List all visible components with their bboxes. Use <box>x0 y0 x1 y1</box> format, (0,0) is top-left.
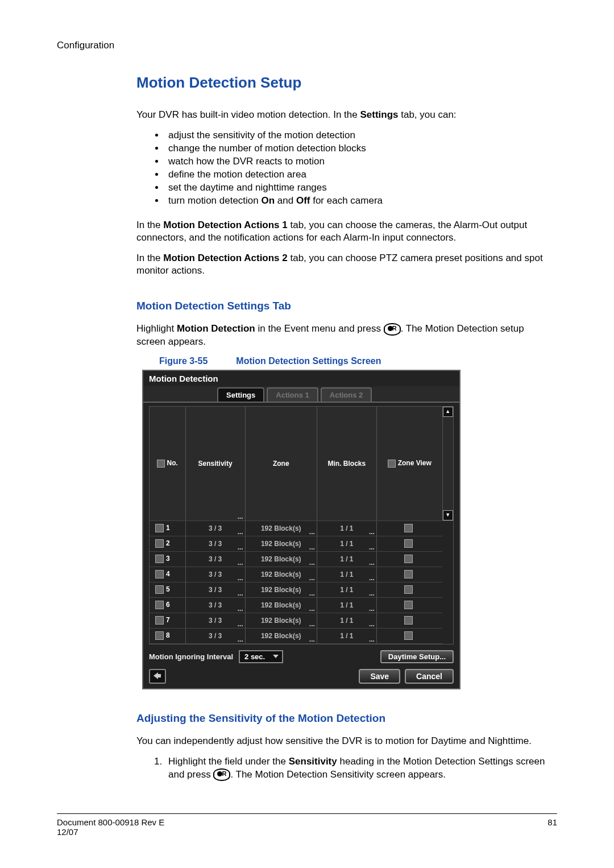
checkbox-icon[interactable] <box>155 570 164 578</box>
col-zone: Zone <box>245 407 317 521</box>
minblocks-cell[interactable]: 1 / 1... <box>317 582 376 597</box>
zone-cell[interactable]: 192 Block(s)... <box>245 567 317 582</box>
sensitivity-cell[interactable]: 3 / 3... <box>185 628 245 643</box>
page-title: Motion Detection Setup <box>136 74 546 92</box>
row-no[interactable]: 3 <box>150 551 185 567</box>
row-no[interactable]: 8 <box>150 628 185 643</box>
zone-cell[interactable]: 192 Block(s)... <box>245 520 317 536</box>
zone-cell[interactable]: 192 Block(s)... <box>245 628 317 643</box>
zone-cell[interactable]: 192 Block(s)... <box>245 613 317 628</box>
zoneview-cell[interactable] <box>376 536 442 551</box>
actions2-paragraph: In the Motion Detection Actions 2 tab, y… <box>136 252 546 277</box>
tab-bar: Settings Actions 1 Actions 2 <box>143 386 459 403</box>
list-item: Highlight the field under the Sensitivit… <box>165 755 546 782</box>
minblocks-cell[interactable]: 1 / 1... <box>317 520 376 536</box>
zone-cell[interactable]: 192 Block(s)... <box>245 536 317 551</box>
zoneview-cell[interactable] <box>376 628 442 643</box>
row-no[interactable]: 1 <box>150 520 185 536</box>
tab-actions1[interactable]: Actions 1 <box>267 387 318 402</box>
daytime-setup-button[interactable]: Daytime Setup... <box>380 650 454 663</box>
table-row: 73 / 3...192 Block(s)...1 / 1... <box>150 613 453 628</box>
settings-tab-paragraph: Highlight Motion Detection in the Event … <box>136 323 546 348</box>
checkbox-icon[interactable] <box>404 631 413 640</box>
save-button[interactable]: Save <box>359 669 400 684</box>
table-row: 33 / 3...192 Block(s)...1 / 1... <box>150 551 453 567</box>
checkbox-icon[interactable] <box>155 585 164 594</box>
sensitivity-cell[interactable]: 3 / 3... <box>185 536 245 551</box>
interval-value: 2 sec. <box>244 652 265 661</box>
tab-actions2[interactable]: Actions 2 <box>321 387 372 402</box>
cancel-button[interactable]: Cancel <box>405 669 454 684</box>
col-sensitivity: Sensitivity... <box>185 407 245 521</box>
list-item: define the motion detection area <box>165 168 546 181</box>
checkbox-icon[interactable] <box>155 539 164 548</box>
checkbox-icon[interactable] <box>404 555 413 563</box>
minblocks-cell[interactable]: 1 / 1... <box>317 567 376 582</box>
scrollbar[interactable]: ▲ ▼ <box>442 407 453 521</box>
minblocks-cell[interactable]: 1 / 1... <box>317 597 376 613</box>
minblocks-cell[interactable]: 1 / 1... <box>317 628 376 643</box>
row-no[interactable]: 2 <box>150 536 185 551</box>
sensitivity-cell[interactable]: 3 / 3... <box>185 567 245 582</box>
checkbox-icon[interactable] <box>388 460 396 468</box>
zone-cell[interactable]: 192 Block(s)... <box>245 551 317 567</box>
col-zone-view[interactable]: Zone View <box>376 407 442 521</box>
zoneview-cell[interactable] <box>376 582 442 597</box>
table-row: 13 / 3...192 Block(s)...1 / 1... <box>150 520 453 536</box>
zone-cell[interactable]: 192 Block(s)... <box>245 582 317 597</box>
checkbox-icon[interactable] <box>155 616 164 625</box>
section-heading: Motion Detection Settings Tab <box>136 300 546 312</box>
figure-caption: Figure 3-55Motion Detection Settings Scr… <box>136 356 546 366</box>
row-no[interactable]: 5 <box>150 582 185 597</box>
zone-cell[interactable]: 192 Block(s)... <box>245 597 317 613</box>
section-heading: Adjusting the Sensitivity of the Motion … <box>136 712 546 725</box>
checkbox-icon[interactable] <box>404 570 413 578</box>
footer-rule <box>57 813 557 814</box>
checkbox-icon[interactable] <box>155 601 164 609</box>
row-no[interactable]: 6 <box>150 597 185 613</box>
checkbox-icon[interactable] <box>404 601 413 609</box>
page-number: 81 <box>547 817 557 837</box>
sensitivity-intro: You can independently adjust how sensiti… <box>136 735 546 747</box>
zoneview-cell[interactable] <box>376 551 442 567</box>
record-eye-icon <box>384 323 401 336</box>
zoneview-cell[interactable] <box>376 567 442 582</box>
zoneview-cell[interactable] <box>376 597 442 613</box>
list-item: watch how the DVR reacts to motion <box>165 155 546 168</box>
list-item: change the number of motion detection bl… <box>165 142 546 155</box>
sensitivity-cell[interactable]: 3 / 3... <box>185 520 245 536</box>
back-button[interactable] <box>149 669 166 684</box>
scroll-up-icon[interactable]: ▲ <box>443 407 453 417</box>
row-no[interactable]: 4 <box>150 567 185 582</box>
checkbox-icon[interactable] <box>404 539 413 548</box>
checkbox-icon[interactable] <box>155 524 164 532</box>
checkbox-icon[interactable] <box>155 555 164 563</box>
minblocks-cell[interactable]: 1 / 1... <box>317 551 376 567</box>
minblocks-cell[interactable]: 1 / 1... <box>317 536 376 551</box>
sensitivity-cell[interactable]: 3 / 3... <box>185 613 245 628</box>
sensitivity-cell[interactable]: 3 / 3... <box>185 551 245 567</box>
actions1-paragraph: In the Motion Detection Actions 1 tab, y… <box>136 219 546 244</box>
list-item: set the daytime and nighttime ranges <box>165 181 546 195</box>
col-no[interactable]: No. <box>150 407 185 521</box>
interval-select[interactable]: 2 sec. <box>239 650 283 663</box>
checkbox-icon[interactable] <box>404 585 413 594</box>
record-eye-icon <box>213 768 230 781</box>
table-row: 63 / 3...192 Block(s)...1 / 1... <box>150 597 453 613</box>
checkbox-icon[interactable] <box>404 524 413 532</box>
row-no[interactable]: 7 <box>150 613 185 628</box>
tab-settings[interactable]: Settings <box>217 387 264 402</box>
zoneview-cell[interactable] <box>376 613 442 628</box>
footer-left: Document 800-00918 Rev E12/07 <box>57 817 164 837</box>
procedure-steps: Highlight the field under the Sensitivit… <box>136 755 546 782</box>
camera-settings-table: No. Sensitivity... Zone Min. Blocks Zone… <box>150 407 453 644</box>
table-row: 83 / 3...192 Block(s)...1 / 1... <box>150 628 453 643</box>
checkbox-icon[interactable] <box>404 616 413 625</box>
checkbox-icon[interactable] <box>157 460 165 468</box>
checkbox-icon[interactable] <box>155 631 164 640</box>
zoneview-cell[interactable] <box>376 520 442 536</box>
scroll-down-icon[interactable]: ▼ <box>443 510 453 520</box>
minblocks-cell[interactable]: 1 / 1... <box>317 613 376 628</box>
sensitivity-cell[interactable]: 3 / 3... <box>185 582 245 597</box>
sensitivity-cell[interactable]: 3 / 3... <box>185 597 245 613</box>
